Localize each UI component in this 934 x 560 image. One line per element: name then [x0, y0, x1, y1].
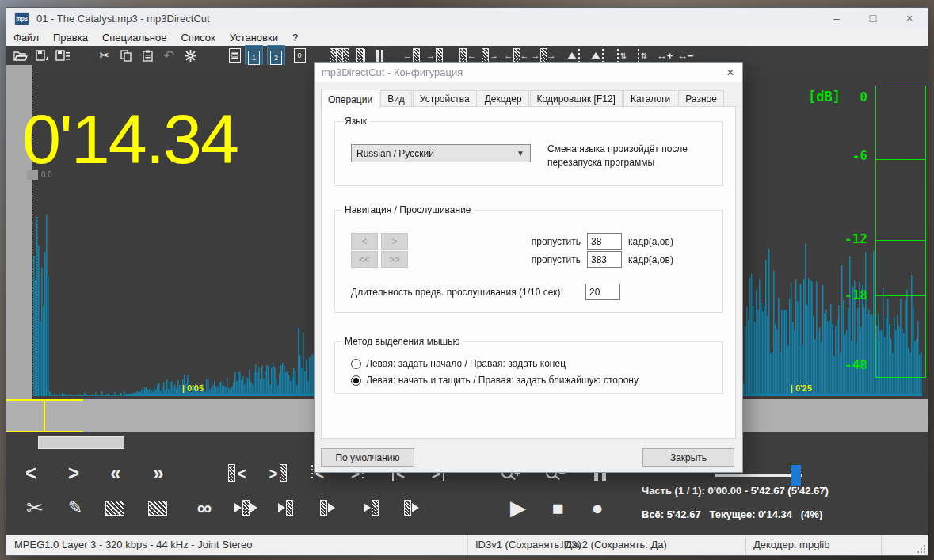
status-bar: MPEG1.0 Layer 3 - 320 kbps - 44 kHz - Jo…: [6, 535, 928, 555]
title-bar[interactable]: mp3 01 - The Catalyst.mp3 - mp3DirectCut…: [6, 8, 928, 29]
step-forward-button[interactable]: >: [62, 461, 86, 485]
mouse-option-1-radio[interactable]: Левая: задать начало / Правая: задать ко…: [351, 358, 566, 369]
language-group-label: Язык: [341, 116, 370, 127]
db-tick-6: -6: [804, 148, 867, 163]
play-to-sel-end-button[interactable]: [356, 496, 385, 520]
overview-cursor-line[interactable]: [44, 399, 45, 432]
tab-misc[interactable]: Разное: [678, 90, 724, 108]
volume-slider-track[interactable]: [715, 474, 802, 477]
time-marker-right: | 0'25: [791, 383, 812, 393]
settings-gear-icon[interactable]: [181, 46, 200, 65]
format-info-text: MPEG1.0 Layer 3 - 320 kbps - 44 kHz - Jo…: [14, 539, 253, 550]
defaults-button[interactable]: По умолчанию: [321, 448, 414, 467]
radio-checked-icon[interactable]: [351, 375, 361, 386]
dialog-close-icon[interactable]: ×: [726, 66, 734, 79]
tab-devices[interactable]: Устройства: [413, 90, 477, 108]
stop-button[interactable]: ■: [543, 496, 572, 520]
file-info-icon[interactable]: [225, 46, 244, 65]
play-around-cut-button[interactable]: [228, 496, 263, 520]
frames-label-1: кадр(а,ов): [628, 236, 673, 247]
prelisten-input[interactable]: [585, 284, 620, 300]
db-tick-12: -12: [804, 231, 867, 246]
step-back-button[interactable]: <: [19, 461, 43, 485]
operations-tab-page: Язык Russian / Русский ▼ Смена языка про…: [321, 106, 736, 439]
language-group: Язык Russian / Русский ▼ Смена языка про…: [334, 121, 723, 186]
menu-file[interactable]: Файл: [6, 32, 46, 44]
language-note: Смена языка произойдёт после перезапуска…: [547, 143, 688, 170]
totals-text: Всё: 5'42.67 Текущее: 0'14.34 (4%): [642, 509, 822, 520]
open-button[interactable]: [11, 46, 30, 65]
tag-zero-icon[interactable]: 0: [290, 46, 309, 65]
cut-selection-button[interactable]: ✂: [19, 496, 51, 520]
db-meter-frame: [875, 86, 926, 378]
maximize-button[interactable]: □: [855, 8, 891, 29]
nav-small-forward-button[interactable]: >: [381, 233, 408, 250]
tab-directories[interactable]: Каталоги: [623, 90, 677, 108]
paste-icon[interactable]: [138, 46, 157, 65]
tab-encoder[interactable]: Кодировщик [F12]: [530, 90, 623, 108]
fade-section-a-button[interactable]: [101, 496, 128, 520]
language-combobox[interactable]: Russian / Русский ▼: [351, 144, 531, 162]
config-dialog: mp3DirectCut - Конфигурация × Операции В…: [314, 62, 743, 473]
minimize-button[interactable]: –: [818, 8, 855, 29]
radio-unchecked-icon[interactable]: [351, 359, 361, 369]
tab-view[interactable]: Вид: [380, 90, 412, 108]
dialog-title: mp3DirectCut - Конфигурация: [322, 67, 463, 78]
menu-list[interactable]: Список: [173, 32, 222, 44]
menu-special[interactable]: Специальное: [95, 32, 174, 44]
mouse-method-group: Метод выделения мышью Левая: задать нача…: [334, 341, 723, 394]
nav-small-back-button[interactable]: <: [351, 233, 378, 250]
navigation-group: Навигация / Прослушивание < > << >> проп…: [334, 210, 723, 313]
prelisten-label: Длительность предв. прослушивания (1/10 …: [351, 287, 563, 298]
time-display: 0'14.34: [22, 105, 238, 174]
jump-forward-button[interactable]: »: [144, 461, 173, 485]
save-button[interactable]: [32, 46, 51, 65]
record-button[interactable]: ●: [583, 496, 612, 520]
dialog-close-button[interactable]: Закрыть: [642, 448, 734, 467]
undo-icon[interactable]: ↶: [159, 46, 178, 65]
language-value: Russian / Русский: [356, 148, 434, 159]
edit-button[interactable]: ✎: [62, 496, 89, 520]
wave-scrollbar-thumb[interactable]: [38, 436, 124, 449]
db-tick-48: -48: [804, 357, 867, 372]
dialog-title-bar[interactable]: mp3DirectCut - Конфигурация ×: [315, 63, 742, 82]
play-from-sel-end-button[interactable]: [398, 496, 426, 520]
skip-label-1: пропустить: [530, 236, 581, 247]
cut-icon[interactable]: ✂: [95, 46, 114, 65]
sel-end-set-button[interactable]: >: [263, 461, 292, 485]
id3v2-status-text: ID3v2 (Сохранять: Да): [561, 539, 667, 550]
tab-decoder[interactable]: Декодер: [478, 90, 529, 108]
mouse-option-2-radio[interactable]: Левая: начать и тащить / Правая: задать …: [351, 375, 639, 386]
play-from-sel-button[interactable]: [314, 496, 342, 520]
resize-grip[interactable]: [917, 545, 925, 553]
tab-operations[interactable]: Операции: [321, 90, 379, 109]
mouse-option-1-label: Левая: задать начало / Правая: задать ко…: [366, 358, 566, 369]
app-icon: mp3: [14, 12, 29, 25]
db-tick-0: 0: [804, 90, 867, 105]
frames-label-2: кадр(а,ов): [628, 254, 673, 265]
play-button[interactable]: ▶: [504, 496, 532, 520]
play-to-sel-button[interactable]: [271, 496, 299, 520]
nav-big-back-button[interactable]: <<: [351, 251, 378, 268]
fade-section-b-button[interactable]: [144, 496, 171, 520]
window-title: 01 - The Catalyst.mp3 - mp3DirectCut: [36, 13, 210, 25]
nav-big-forward-button[interactable]: >>: [381, 251, 408, 268]
db-tick-18: -18: [804, 288, 867, 303]
menu-edit[interactable]: Правка: [46, 32, 95, 44]
skip-frames-small-input[interactable]: [587, 233, 622, 250]
skip-frames-big-input[interactable]: [587, 251, 622, 268]
mouse-option-2-label: Левая: начать и тащить / Правая: задать …: [366, 375, 639, 386]
mouse-method-group-label: Метод выделения мышью: [341, 336, 463, 347]
jump-back-button[interactable]: «: [101, 461, 130, 485]
dialog-tabs: Операции Вид Устройства Декодер Кодировщ…: [321, 90, 725, 108]
part-info-text: Часть (1 / 1): 0'00.00 - 5'42.67 (5'42.6…: [642, 485, 829, 497]
save-list-button[interactable]: [53, 46, 72, 65]
sel-start-set-button[interactable]: <: [223, 461, 252, 485]
loop-button[interactable]: ∞: [190, 496, 219, 520]
menu-help[interactable]: ?: [285, 32, 305, 44]
copy-icon[interactable]: [116, 46, 135, 65]
menu-settings[interactable]: Установки: [223, 32, 285, 44]
skip-label-2: пропустить: [530, 254, 581, 265]
volume-slider-handle[interactable]: [791, 465, 801, 486]
close-button[interactable]: ×: [891, 8, 928, 29]
